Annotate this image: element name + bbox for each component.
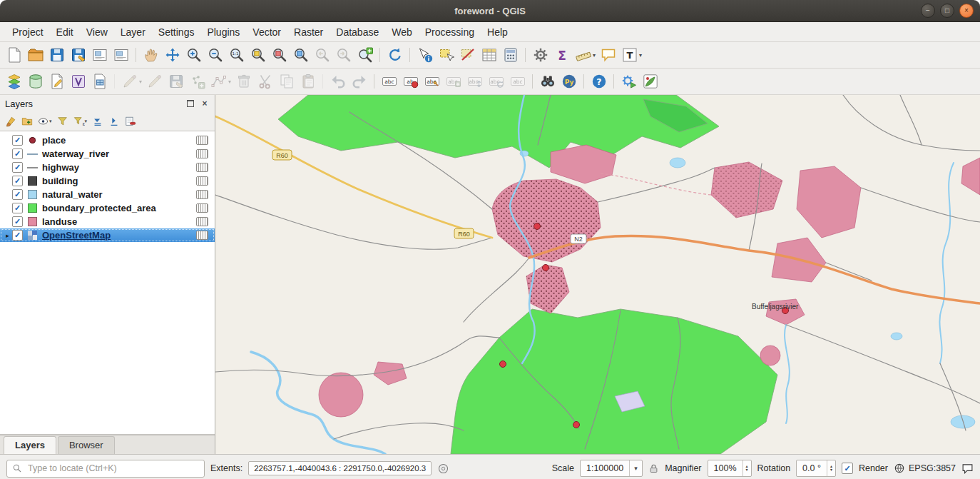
vertex-tool-button[interactable]: [209, 71, 233, 92]
map-tips-button[interactable]: [598, 44, 618, 66]
menu-plugins[interactable]: Plugins: [200, 24, 246, 40]
menu-help[interactable]: Help: [481, 24, 514, 40]
layer-visibility-checkbox[interactable]: [12, 135, 23, 146]
add-group-button[interactable]: [19, 114, 35, 128]
layer-visibility-checkbox[interactable]: [12, 189, 23, 200]
delete-selected-button[interactable]: [234, 71, 254, 92]
layer-place[interactable]: place: [0, 133, 215, 147]
close-button[interactable]: ×: [959, 4, 974, 18]
pin-labels-button[interactable]: [444, 71, 464, 92]
new-project-button[interactable]: [4, 44, 24, 66]
locator-bar[interactable]: [6, 460, 205, 478]
collapse-all-button[interactable]: [106, 114, 122, 128]
manage-map-themes-button[interactable]: [36, 114, 54, 128]
scale-combobox[interactable]: 1:100000: [580, 460, 643, 477]
text-annotation-button[interactable]: [620, 44, 643, 66]
layer-indicator-icon[interactable]: [196, 176, 208, 186]
zoom-to-selection-button[interactable]: [270, 44, 290, 66]
remove-layer-button[interactable]: [123, 114, 138, 128]
rotate-label-button[interactable]: [486, 71, 506, 92]
layer-natural-water[interactable]: natural_water: [0, 188, 215, 201]
rotation-spinbox[interactable]: 0.0 °: [796, 460, 836, 477]
add-feature-button[interactable]: [188, 71, 208, 92]
zoom-native-button[interactable]: [227, 44, 247, 66]
move-label-button[interactable]: [465, 71, 485, 92]
zoom-last-button[interactable]: [312, 44, 332, 66]
menu-web[interactable]: Web: [385, 24, 419, 40]
show-layout-manager-button[interactable]: [111, 44, 131, 66]
panel-float-icon[interactable]: [185, 99, 195, 109]
layer-labeling-button[interactable]: [379, 71, 399, 92]
filter-by-expression-button[interactable]: [71, 114, 90, 128]
menu-view[interactable]: View: [80, 24, 114, 40]
magnifier-spinbox[interactable]: 100%: [708, 460, 752, 477]
crs-status-button[interactable]: EPSG:3857: [894, 463, 956, 474]
expand-all-button[interactable]: [90, 114, 106, 128]
python-console-button[interactable]: [559, 71, 579, 92]
locator-input[interactable]: [26, 463, 199, 474]
layer-indicator-icon[interactable]: [196, 149, 208, 158]
menu-layer[interactable]: Layer: [114, 24, 152, 40]
spin-arrows-icon[interactable]: [742, 460, 751, 476]
title-bar[interactable]: foreword - QGIS −□×: [0, 0, 980, 22]
messages-button[interactable]: [961, 463, 974, 475]
new-shapefile-layer-button[interactable]: [47, 71, 67, 92]
highlight-pinned-labels-button[interactable]: [422, 71, 442, 92]
copy-features-button[interactable]: [277, 71, 297, 92]
layer-visibility-checkbox[interactable]: [12, 230, 23, 241]
save-layer-edits-button[interactable]: [166, 71, 186, 92]
layer-boundary-protected-area[interactable]: boundary_protected_area: [0, 201, 215, 215]
layer-building[interactable]: building: [0, 174, 215, 188]
open-attribute-table-button[interactable]: [479, 44, 499, 66]
new-map-view-button[interactable]: [355, 44, 375, 66]
cut-features-button[interactable]: [255, 71, 275, 92]
spin-arrows-icon[interactable]: [827, 460, 835, 476]
minimize-button[interactable]: −: [921, 4, 935, 18]
layer-indicator-icon[interactable]: [196, 203, 208, 213]
select-features-button[interactable]: [437, 44, 456, 66]
field-calculator-button[interactable]: [501, 44, 521, 66]
pan-to-selection-button[interactable]: [163, 44, 183, 66]
layer-visibility-checkbox[interactable]: [12, 162, 23, 173]
layer-visibility-checkbox[interactable]: [12, 216, 23, 227]
metasearch-button[interactable]: [538, 71, 558, 92]
chevron-down-icon[interactable]: [629, 460, 642, 476]
maximize-button[interactable]: □: [940, 4, 954, 18]
save-project-as-button[interactable]: [68, 44, 88, 66]
menu-project[interactable]: Project: [6, 24, 50, 40]
new-spatialite-layer-button[interactable]: [68, 71, 88, 92]
menu-raster[interactable]: Raster: [287, 24, 330, 40]
new-geopackage-layer-button[interactable]: [26, 71, 46, 92]
layer-expand-arrow[interactable]: ▸: [3, 232, 12, 239]
scale-lock-icon[interactable]: [648, 463, 659, 474]
new-print-layout-button[interactable]: [90, 44, 110, 66]
open-project-button[interactable]: [26, 44, 46, 66]
layer-visibility-checkbox[interactable]: [12, 176, 23, 186]
menu-settings[interactable]: Settings: [152, 24, 201, 40]
redo-button[interactable]: [349, 71, 369, 92]
paste-features-button[interactable]: [298, 71, 318, 92]
layer-landuse[interactable]: landuse: [0, 215, 215, 228]
menu-vector[interactable]: Vector: [246, 24, 287, 40]
save-project-button[interactable]: [47, 44, 67, 66]
layer-visibility-checkbox[interactable]: [12, 148, 23, 159]
layer-indicator-icon[interactable]: [196, 217, 208, 226]
zoom-out-button[interactable]: [205, 44, 225, 66]
map-canvas[interactable]: R60 R60 N2 Buffeljagsrivier: [215, 95, 980, 454]
options-button[interactable]: [531, 44, 551, 66]
open-layer-styling-button[interactable]: [3, 114, 19, 128]
refresh-button[interactable]: [385, 44, 405, 66]
undo-button[interactable]: [328, 71, 348, 92]
toggle-editing-button[interactable]: [145, 71, 165, 92]
statistical-summary-button[interactable]: [552, 44, 572, 66]
new-temporary-scratch-layer-button[interactable]: [90, 71, 110, 92]
zoom-full-button[interactable]: [248, 44, 268, 66]
layer-diagram-button[interactable]: [401, 71, 421, 92]
tab-browser[interactable]: Browser: [58, 436, 115, 454]
menu-database[interactable]: Database: [330, 24, 385, 40]
filter-legend-button[interactable]: [55, 114, 71, 128]
current-edits-button[interactable]: [120, 71, 143, 92]
layer-waterway-river[interactable]: waterway_river: [0, 147, 215, 161]
layer-indicator-icon[interactable]: [196, 163, 208, 172]
tab-layers[interactable]: Layers: [4, 436, 56, 454]
